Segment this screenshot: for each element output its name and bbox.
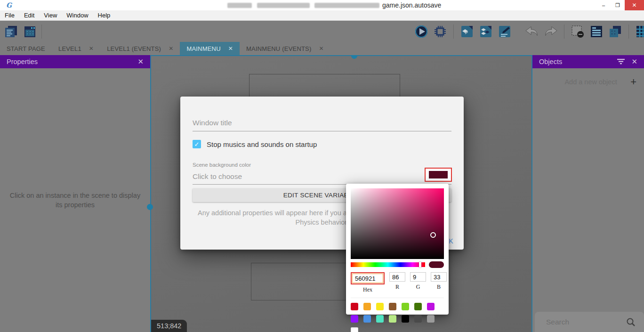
tab-mainmenu-events[interactable]: MAINMENU (EVENTS) ✕ <box>240 42 330 55</box>
undo-icon[interactable] <box>525 24 539 39</box>
properties-panel-title: Properties <box>7 58 38 65</box>
menu-help[interactable]: Help <box>93 10 115 21</box>
red-label: R <box>395 283 399 291</box>
toolbar-separator <box>628 24 629 39</box>
color-swatch-annotation <box>425 168 452 182</box>
blue-input[interactable] <box>431 272 447 282</box>
filter-icon[interactable] <box>617 59 625 65</box>
current-color-swatch <box>429 261 444 268</box>
properties-empty-message: Click on an instance in the scene to dis… <box>0 191 150 210</box>
green-input[interactable] <box>410 272 426 282</box>
preset-swatch[interactable] <box>363 315 371 323</box>
tab-level1[interactable]: LEVEL1 ✕ <box>52 42 100 55</box>
scene-color-swatch[interactable] <box>429 171 448 178</box>
redacted-text <box>257 3 310 8</box>
preset-swatch[interactable] <box>351 327 358 332</box>
menu-file[interactable]: File <box>0 10 19 21</box>
add-object-label: Add a new object <box>540 78 630 86</box>
add-object-plus-icon[interactable]: + <box>630 77 636 87</box>
hex-input[interactable] <box>352 274 383 283</box>
preset-swatch[interactable] <box>389 303 396 310</box>
search-input[interactable]: Search <box>543 318 626 326</box>
edit-groups-icon[interactable] <box>479 24 493 39</box>
gdevelop-logo-icon: G <box>4 1 14 9</box>
play-icon[interactable] <box>414 24 428 39</box>
preset-swatch[interactable] <box>427 303 435 310</box>
saturation-cursor-icon[interactable] <box>430 232 436 238</box>
properties-panel: Properties ✕ Click on an instance in the… <box>0 55 150 332</box>
mask-icon[interactable] <box>571 24 585 39</box>
object-search-box[interactable]: Search <box>535 312 644 332</box>
window-title: game.json.autosave <box>382 1 441 9</box>
close-button[interactable]: ✕ <box>625 0 644 10</box>
properties-panel-header: Properties ✕ <box>0 55 150 68</box>
scenes-window-icon[interactable] <box>23 24 37 39</box>
tab-level1-events[interactable]: LEVEL1 (EVENTS) ✕ <box>100 42 180 55</box>
toolbar-separator <box>564 24 564 39</box>
close-panel-icon[interactable]: ✕ <box>137 57 144 66</box>
toolbar-separator <box>453 24 454 39</box>
field-underline <box>193 131 451 131</box>
toolbar-separator <box>41 24 42 39</box>
hex-label: Hex <box>363 286 372 293</box>
grid-icon[interactable] <box>635 24 644 39</box>
objects-panel-header: Objects ✕ <box>532 55 644 68</box>
objects-panel: Objects ✕ Add a new object + Search <box>532 55 644 332</box>
preset-swatch[interactable] <box>376 303 384 310</box>
bg-color-field[interactable]: Click to choose <box>193 172 242 181</box>
tab-mainmenu[interactable]: MAINMENU ✕ <box>180 42 240 55</box>
preset-swatch[interactable] <box>414 315 422 323</box>
preset-swatch[interactable] <box>389 315 396 323</box>
preset-swatches <box>351 298 444 332</box>
tab-close-icon[interactable]: ✕ <box>89 45 94 52</box>
gdevelop-window: G game.json.autosave – ❐ ✕ File Edit Vie… <box>0 0 644 332</box>
search-icon <box>626 317 636 327</box>
preset-swatch[interactable] <box>402 303 409 310</box>
preset-swatch[interactable] <box>414 303 422 310</box>
close-panel-icon[interactable]: ✕ <box>631 57 637 66</box>
green-label: G <box>416 283 420 291</box>
resize-handle-left[interactable] <box>147 204 153 210</box>
minimize-button[interactable]: – <box>596 0 611 10</box>
preset-swatch[interactable] <box>363 303 371 310</box>
tab-close-icon[interactable]: ✕ <box>319 45 324 52</box>
debug-icon[interactable] <box>433 24 447 39</box>
preset-swatch[interactable] <box>402 315 409 323</box>
menu-view[interactable]: View <box>39 10 62 21</box>
add-object-row[interactable]: Add a new object + <box>532 74 644 90</box>
color-picker: Hex R G B <box>346 184 449 315</box>
redacted-text <box>227 3 252 8</box>
project-manager-icon[interactable] <box>4 24 18 39</box>
menu-edit[interactable]: Edit <box>19 10 39 21</box>
tab-bar: START PAGE LEVEL1 ✕ LEVEL1 (EVENTS) ✕ MA… <box>0 42 644 55</box>
hue-slider-handle[interactable] <box>419 262 421 267</box>
cursor-coordinates: 513;842 <box>151 320 187 332</box>
stop-music-checkbox[interactable]: ✓ <box>193 140 201 148</box>
tab-start-page[interactable]: START PAGE <box>0 42 52 55</box>
redacted-text <box>314 3 379 8</box>
hex-input-annotation <box>351 272 385 284</box>
preset-swatch[interactable] <box>376 315 384 323</box>
toolbar: 1:1 <box>0 21 644 42</box>
title-bar: G game.json.autosave – ❐ ✕ <box>0 0 644 10</box>
layers-list-icon[interactable] <box>589 24 604 39</box>
layers-icon[interactable] <box>608 24 622 39</box>
tab-close-icon[interactable]: ✕ <box>169 45 173 52</box>
restore-button[interactable]: ❐ <box>611 0 625 10</box>
menu-bar: File Edit View Window Help <box>0 10 644 21</box>
hue-slider[interactable] <box>351 262 425 267</box>
preset-swatch[interactable] <box>351 315 358 323</box>
edit-objects-icon[interactable] <box>460 24 474 39</box>
red-input[interactable] <box>389 272 405 282</box>
objects-panel-title: Objects <box>539 58 562 65</box>
bg-color-label: Scene background color <box>193 162 251 168</box>
menu-window[interactable]: Window <box>62 10 93 21</box>
redo-icon[interactable] <box>544 24 558 39</box>
preset-swatch[interactable] <box>427 315 435 323</box>
blue-label: B <box>437 283 441 291</box>
preset-swatch[interactable] <box>351 303 358 310</box>
tab-close-icon[interactable]: ✕ <box>228 45 233 52</box>
edit-properties-icon[interactable] <box>498 24 512 39</box>
saturation-area[interactable] <box>351 188 444 259</box>
window-title-field[interactable]: Window title <box>193 119 232 127</box>
